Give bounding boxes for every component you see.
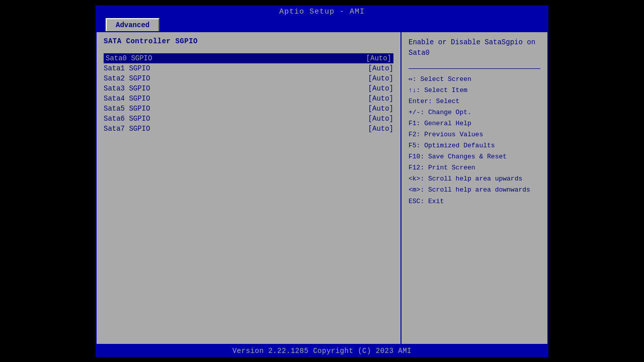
shortcut-item: ESC: Exit [409,196,540,207]
title-bar: Aptio Setup - AMI [96,6,548,18]
shortcut-item: +/-: Change Opt. [409,107,540,118]
item-value: [Auto] [368,105,393,113]
shortcut-item: F5: Optimized Defaults [409,140,540,151]
menu-item[interactable]: Sata4 SGPIO[Auto] [104,94,393,104]
item-value: [Auto] [368,74,393,82]
divider [409,68,540,69]
shortcut-item: <k>: Scroll help area upwards [409,173,540,185]
shortcut-item: ⇔: Select Screen [409,74,540,85]
bios-setup-wrapper: Aptio Setup - AMI Advanced SATA Controll… [96,6,548,357]
shortcut-item: F10: Save Changes & Reset [409,151,540,162]
item-value: [Auto] [366,54,391,62]
main-area: SATA Controller SGPIO Sata0 SGPIO[Auto]S… [96,31,548,345]
item-name: Sata5 SGPIO [104,105,204,113]
item-name: Sata6 SGPIO [104,115,204,123]
item-value: [Auto] [368,84,393,93]
item-name: Sata3 SGPIO [104,84,204,93]
item-value: [Auto] [368,125,393,133]
item-name: Sata0 SGPIO [106,54,206,62]
footer-text: Version 2.22.1285 Copyright (C) 2023 AMI [232,347,412,355]
shortcut-item: <m>: Scroll help area downwards [409,185,540,196]
item-name: Sata7 SGPIO [104,125,204,133]
shortcut-item: F2: Previous Values [409,129,540,140]
footer: Version 2.22.1285 Copyright (C) 2023 AMI [96,345,548,357]
menu-item[interactable]: Sata3 SGPIO[Auto] [104,83,393,94]
left-panel: SATA Controller SGPIO Sata0 SGPIO[Auto]S… [97,32,401,344]
menu-item[interactable]: Sata2 SGPIO[Auto] [104,73,393,83]
menu-item[interactable]: Sata1 SGPIO[Auto] [104,63,393,73]
menu-item[interactable]: Sata5 SGPIO[Auto] [104,104,393,114]
item-value: [Auto] [368,115,393,123]
item-name: Sata1 SGPIO [104,64,204,72]
item-value: [Auto] [368,95,393,103]
item-value: [Auto] [368,64,393,72]
menu-item[interactable]: Sata0 SGPIO[Auto] [104,53,393,63]
menu-item[interactable]: Sata7 SGPIO[Auto] [104,124,393,134]
tab-bar: Advanced [96,18,548,31]
item-name: Sata4 SGPIO [104,95,204,103]
tab-advanced[interactable]: Advanced [106,18,159,31]
help-text: Enable or Disable SataSgpio on Sata0 [409,37,540,58]
right-panel: Enable or Disable SataSgpio on Sata0 ⇔: … [401,32,547,344]
item-name: Sata2 SGPIO [104,74,204,82]
shortcut-item: Enter: Select [409,96,540,107]
menu-items-container: Sata0 SGPIO[Auto]Sata1 SGPIO[Auto]Sata2 … [104,53,393,134]
section-title: SATA Controller SGPIO [104,37,393,45]
menu-item[interactable]: Sata6 SGPIO[Auto] [104,114,393,124]
shortcut-item: F12: Print Screen [409,162,540,173]
shortcuts-container: ⇔: Select Screen↑↓: Select ItemEnter: Se… [409,74,540,207]
app-title: Aptio Setup - AMI [279,8,365,16]
shortcut-item: F1: General Help [409,118,540,129]
shortcut-item: ↑↓: Select Item [409,85,540,96]
